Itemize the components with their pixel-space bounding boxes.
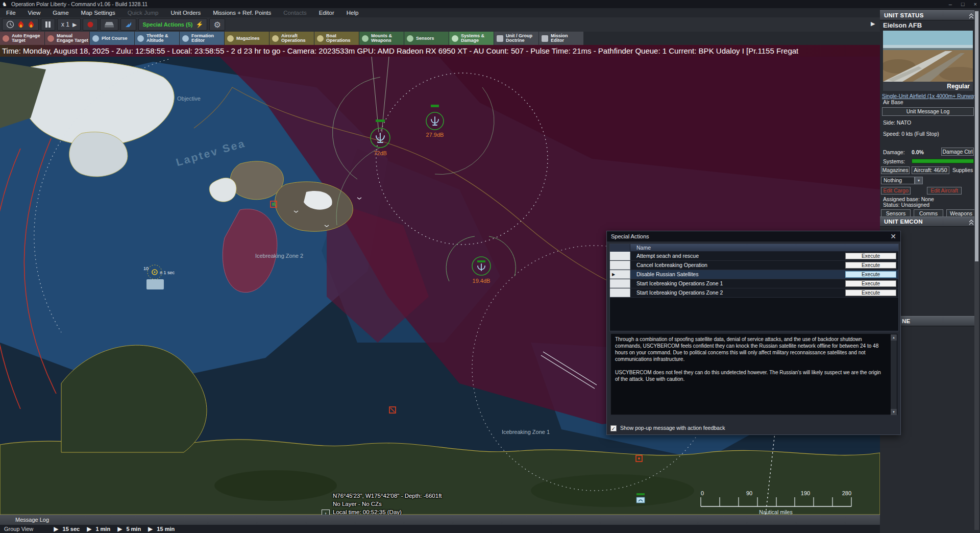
row-selector-cell[interactable] <box>610 279 630 288</box>
systems-damage-button[interactable]: Systems &Damage <box>449 32 494 45</box>
formation-editor-button[interactable]: FormationEditor <box>180 32 224 45</box>
table-row[interactable]: Attempt seach and rescue Execute <box>610 252 898 261</box>
play-icon[interactable]: ▶ <box>72 21 77 28</box>
execute-button[interactable]: Execute <box>845 262 896 269</box>
feedback-checkbox[interactable]: ✓ <box>610 425 617 431</box>
menu-game[interactable]: Game <box>46 10 75 16</box>
minimize-icon[interactable]: – <box>949 0 952 8</box>
proficiency-badge: Regular <box>883 82 973 91</box>
special-actions-dialog: Special Actions ✕ Name Attempt seach and… <box>606 231 901 435</box>
sensors-button[interactable]: Sensors <box>404 32 449 45</box>
sidebar-collapse-arrow-icon[interactable]: ▶ <box>871 20 875 27</box>
special-actions-button[interactable]: Special Actions (5) <box>142 21 192 28</box>
blue-arrow-icon[interactable] <box>125 21 132 28</box>
row-selector-cell[interactable] <box>610 261 630 270</box>
interval-1min[interactable]: ▶1 min <box>87 525 110 532</box>
cargo-dropdown[interactable]: Nothing <box>881 177 915 184</box>
friendly-unit-icon[interactable] <box>636 493 645 503</box>
magazines-button[interactable]: Magazines <box>225 32 269 45</box>
interval-15sec[interactable]: ▶15 sec <box>54 525 80 532</box>
side-label: Side: NATO <box>883 119 911 126</box>
group-view-label[interactable]: Group View <box>4 526 33 532</box>
boat-operations-button[interactable]: BoatOperations <box>314 32 359 45</box>
dialog-title-bar[interactable]: Special Actions <box>607 231 900 241</box>
record-group <box>83 18 98 31</box>
menu-help[interactable]: Help <box>340 10 365 16</box>
feedback-checkbox-label: Show pop-up message with action feedback <box>620 425 725 431</box>
row-selector-cell[interactable]: ▶ <box>610 270 630 279</box>
title-bar: ♞ Operation Polar Liberty - Command v1.0… <box>0 0 980 8</box>
menu-unit-orders[interactable]: Unit Orders <box>164 10 207 16</box>
sensor-db-label: 27.9dB <box>426 132 444 138</box>
damage-ctrl-button[interactable]: Damage Ctrl <box>941 148 974 156</box>
scroll-down-icon[interactable]: ▼ <box>891 409 897 415</box>
chevron-down-icon[interactable]: ▼ <box>915 177 923 184</box>
edit-aircraft-button[interactable]: Edit Aircraft <box>927 187 962 195</box>
layer-info: No Layer - No CZs <box>333 500 513 508</box>
execute-button[interactable]: Execute <box>845 253 896 259</box>
action-description: Through a combination of spoofing satell… <box>610 333 898 415</box>
auto-engage-target-button[interactable]: Auto EngageTarget <box>0 32 44 45</box>
pause-icon[interactable] <box>45 21 51 28</box>
doctrine-icon <box>497 35 503 42</box>
fire-icon[interactable] <box>28 20 35 29</box>
table-header: Name <box>610 244 898 252</box>
unit-status-header[interactable]: UNIT STATUS <box>880 10 978 20</box>
scrollbar-thumb[interactable] <box>975 11 978 261</box>
unit-type-link[interactable]: Single-Unit Airfield (1x 4000m+ Runway) <box>882 93 978 99</box>
recorder-icon[interactable] <box>104 21 114 28</box>
magazines-button[interactable]: Magazines <box>881 166 910 174</box>
menu-file[interactable]: File <box>0 10 22 16</box>
play-icon: ▶ <box>87 525 91 532</box>
throttle-altitude-button[interactable]: Throttle &Altitude <box>135 32 179 45</box>
time-step-group <box>2 18 39 31</box>
unit-emcon-header[interactable]: UNIT EMCON <box>880 216 978 227</box>
time-status-bar: Time: Monday, August 18, 2025 - Zulu: 12… <box>0 45 880 57</box>
menu-map-settings[interactable]: Map Settings <box>75 10 121 16</box>
execute-button[interactable]: Execute <box>845 289 896 296</box>
edit-cargo-button[interactable]: Edit Cargo <box>881 187 911 195</box>
close-icon[interactable]: × <box>974 0 977 8</box>
row-selector-cell[interactable] <box>610 252 630 260</box>
time-status-text: Time: Monday, August 18, 2025 - Zulu: 12… <box>0 46 798 55</box>
plot-course-button[interactable]: Plot Course <box>90 32 134 45</box>
gear-icon[interactable]: ⚙ <box>213 20 220 30</box>
table-row[interactable]: Cancel Icebreaking Operation Execute <box>610 261 898 270</box>
table-row[interactable]: Start Icebreaking Operations Zone 1 Exec… <box>610 279 898 288</box>
execute-button[interactable]: Execute <box>845 280 896 287</box>
contact-note-label: n 1 sec <box>160 270 175 275</box>
scroll-up-icon[interactable]: ▲ <box>891 334 897 341</box>
icebreaking-zone1-label: Icebreaking Zone 1 <box>502 429 550 435</box>
row-selector-cell[interactable] <box>610 288 630 297</box>
description-scrollbar[interactable]: ▲ ▼ <box>891 334 897 415</box>
scale-tick-label: 90 <box>746 490 752 496</box>
fire-icon[interactable] <box>17 20 24 29</box>
play-icon: ▶ <box>148 525 153 532</box>
menu-missions-ref-points[interactable]: Missions + Ref. Points <box>207 10 277 16</box>
unit-group-doctrine-button[interactable]: Unit / GroupDoctrine <box>494 32 538 45</box>
settings-group: ⚙ <box>209 18 225 31</box>
play-icon: ▶ <box>54 525 58 532</box>
interval-5min[interactable]: ▶5 min <box>117 525 141 532</box>
record-icon[interactable] <box>87 21 94 28</box>
interval-15min[interactable]: ▶15 min <box>148 525 175 532</box>
mission-editor-button[interactable]: MissionEditor <box>539 32 583 45</box>
maximize-icon[interactable]: □ <box>961 0 965 8</box>
mounts-weapons-button[interactable]: Mounts &Weapons <box>359 32 404 45</box>
close-icon[interactable]: ✕ <box>890 231 896 241</box>
manual-engage-target-button[interactable]: ManualEngage Target <box>45 32 89 45</box>
aircraft-count-button[interactable]: Aircraft: 46/50 <box>912 166 949 174</box>
message-log-bar[interactable]: Message Log <box>0 515 880 525</box>
sidebar-scrollbar[interactable] <box>974 10 979 530</box>
application-window: ♞ Operation Polar Liberty - Command v1.0… <box>0 0 980 533</box>
systems-label: Systems: <box>883 158 905 164</box>
clock-icon[interactable] <box>6 20 14 29</box>
table-row-selected[interactable]: ▶ Disable Russian Satellites Execute <box>610 270 898 279</box>
table-row[interactable]: Start Icebreaking Operations Zone 2 Exec… <box>610 288 898 298</box>
execute-button[interactable]: Execute <box>845 271 896 278</box>
aircraft-operations-button[interactable]: AircraftOperations <box>270 32 314 45</box>
unit-message-log-button[interactable]: Unit Message Log <box>882 107 974 116</box>
magazines-icon <box>227 35 234 42</box>
menu-view[interactable]: View <box>22 10 47 16</box>
menu-editor[interactable]: Editor <box>313 10 340 16</box>
